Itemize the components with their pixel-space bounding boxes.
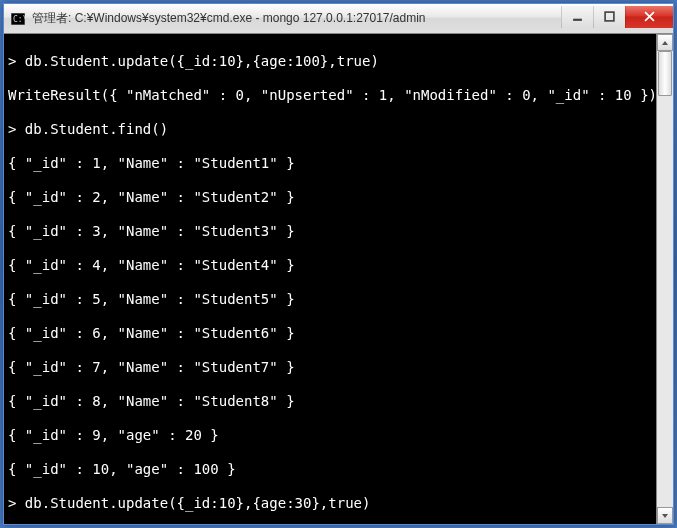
terminal-line: { "_id" : 5, "Name" : "Student5" }: [8, 291, 652, 308]
window-controls: [561, 6, 673, 28]
terminal-line: { "_id" : 6, "Name" : "Student6" }: [8, 325, 652, 342]
cmd-icon: C:\: [10, 12, 26, 26]
terminal-line: WriteResult({ "nMatched" : 0, "nUpserted…: [8, 87, 652, 104]
window-title: 管理者: C:¥Windows¥system32¥cmd.exe - mongo…: [32, 10, 561, 27]
terminal-line: > db.Student.find(): [8, 121, 652, 138]
scrollbar-track[interactable]: [657, 51, 673, 507]
close-button[interactable]: [625, 6, 673, 28]
terminal-line: { "_id" : 8, "Name" : "Student8" }: [8, 393, 652, 410]
terminal-line: { "_id" : 2, "Name" : "Student2" }: [8, 189, 652, 206]
minimize-button[interactable]: [561, 6, 593, 28]
svg-rect-2: [573, 19, 582, 21]
terminal-area: > db.Student.update({_id:10},{age:100},t…: [4, 34, 673, 524]
terminal-output[interactable]: > db.Student.update({_id:10},{age:100},t…: [4, 34, 656, 524]
terminal-line: > db.Student.update({_id:10},{age:100},t…: [8, 53, 652, 70]
maximize-button[interactable]: [593, 6, 625, 28]
terminal-line: { "_id" : 10, "age" : 100 }: [8, 461, 652, 478]
terminal-line: > db.Student.update({_id:10},{age:30},tr…: [8, 495, 652, 512]
scroll-down-button[interactable]: [657, 507, 673, 524]
terminal-line: { "_id" : 1, "Name" : "Student1" }: [8, 155, 652, 172]
svg-text:C:\: C:\: [13, 15, 25, 24]
terminal-line: { "_id" : 9, "age" : 20 }: [8, 427, 652, 444]
svg-rect-3: [605, 12, 614, 21]
vertical-scrollbar[interactable]: [656, 34, 673, 524]
terminal-line: { "_id" : 4, "Name" : "Student4" }: [8, 257, 652, 274]
terminal-line: { "_id" : 3, "Name" : "Student3" }: [8, 223, 652, 240]
titlebar[interactable]: C:\ 管理者: C:¥Windows¥system32¥cmd.exe - m…: [4, 4, 673, 34]
scrollbar-thumb[interactable]: [658, 51, 672, 96]
cmd-window: C:\ 管理者: C:¥Windows¥system32¥cmd.exe - m…: [3, 3, 674, 525]
terminal-line: { "_id" : 7, "Name" : "Student7" }: [8, 359, 652, 376]
scroll-up-button[interactable]: [657, 34, 673, 51]
